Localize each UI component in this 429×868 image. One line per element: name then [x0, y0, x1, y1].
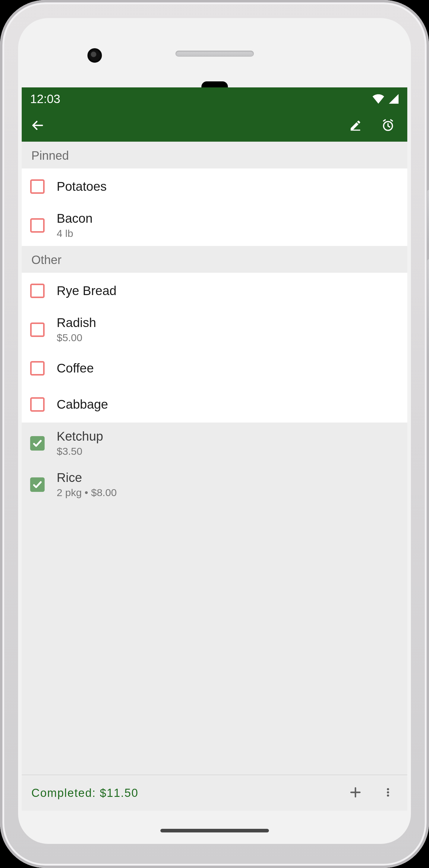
item-text: Rye Bread	[57, 284, 116, 298]
svg-line-4	[388, 126, 390, 127]
list-item[interactable]: Coffee	[22, 350, 407, 386]
item-title: Bacon	[57, 211, 93, 226]
status-time: 12:03	[30, 92, 60, 106]
svg-line-5	[384, 120, 385, 121]
phone-frame: 12:03	[0, 0, 429, 868]
pencil-icon	[349, 119, 362, 133]
item-subtitle: 4 lb	[57, 227, 93, 239]
more-vert-icon	[382, 786, 393, 800]
item-title: Potatoes	[57, 179, 107, 194]
speaker-slit	[176, 51, 254, 57]
list-item[interactable]: Cabbage	[22, 386, 407, 423]
back-button[interactable]	[24, 113, 51, 139]
list-item[interactable]: Potatoes	[22, 168, 407, 205]
item-title: Coffee	[57, 361, 94, 375]
checkbox[interactable]	[30, 397, 44, 412]
other-group: Rye Bread Radish $5.00 Coffee	[22, 273, 407, 423]
reminder-button[interactable]	[375, 113, 401, 139]
section-header-pinned: Pinned	[22, 142, 407, 168]
item-text: Bacon 4 lb	[57, 211, 93, 239]
item-title: Rice	[57, 470, 117, 485]
list-item[interactable]: Rice 2 pkg • $8.00	[22, 464, 407, 505]
item-title: Radish	[57, 315, 96, 330]
svg-point-9	[387, 788, 389, 790]
list-item[interactable]: Radish $5.00	[22, 309, 407, 350]
item-text: Potatoes	[57, 179, 107, 194]
alarm-icon	[381, 119, 395, 133]
list-item[interactable]: Bacon 4 lb	[22, 205, 407, 246]
front-camera	[87, 48, 102, 63]
status-icons	[372, 94, 399, 104]
checkbox[interactable]	[30, 179, 44, 194]
svg-point-11	[387, 795, 389, 797]
item-text: Ketchup $3.50	[57, 429, 103, 457]
cell-signal-icon	[389, 94, 399, 104]
bottom-bar: Completed: $11.50	[22, 775, 407, 811]
screen: 12:03	[22, 87, 407, 811]
item-text: Rice 2 pkg • $8.00	[57, 470, 117, 498]
item-subtitle: 2 pkg • $8.00	[57, 487, 117, 498]
list-item[interactable]: Rye Bread	[22, 273, 407, 309]
section-header-other: Other	[22, 246, 407, 273]
checkbox[interactable]	[30, 436, 44, 451]
item-title: Ketchup	[57, 429, 103, 444]
phone-side-button	[427, 259, 429, 355]
svg-line-6	[391, 120, 393, 121]
phone-bezel: 12:03	[18, 18, 411, 844]
checkbox[interactable]	[30, 218, 44, 233]
item-text: Coffee	[57, 361, 94, 375]
gesture-nav-bar[interactable]	[160, 829, 269, 832]
item-text: Cabbage	[57, 397, 108, 412]
item-text: Radish $5.00	[57, 315, 96, 344]
plus-icon	[349, 786, 362, 800]
phone-side-button	[427, 190, 429, 244]
more-options-button[interactable]	[375, 780, 401, 806]
svg-point-10	[387, 791, 389, 793]
completed-total: Completed: $11.50	[31, 786, 336, 800]
checkbox[interactable]	[30, 322, 44, 337]
list-item[interactable]: Ketchup $3.50	[22, 423, 407, 464]
wifi-icon	[372, 94, 385, 104]
item-title: Rye Bread	[57, 284, 116, 298]
edit-button[interactable]	[342, 113, 369, 139]
item-subtitle: $3.50	[57, 445, 103, 457]
checkbox[interactable]	[30, 477, 44, 492]
arrow-back-icon	[31, 119, 44, 133]
status-bar: 12:03	[22, 87, 407, 110]
completed-group: Ketchup $3.50 Rice 2 pkg • $8.00	[22, 423, 407, 505]
top-bar: 12:03	[22, 87, 407, 142]
app-bar	[22, 110, 407, 142]
svg-rect-1	[350, 130, 360, 131]
checkbox[interactable]	[30, 361, 44, 375]
item-title: Cabbage	[57, 397, 108, 412]
item-subtitle: $5.00	[57, 332, 96, 344]
checkbox[interactable]	[30, 284, 44, 298]
add-item-button[interactable]	[342, 780, 369, 806]
pinned-group: Potatoes Bacon 4 lb	[22, 168, 407, 246]
list-content[interactable]: Pinned Potatoes Bacon 4 lb	[22, 142, 407, 775]
